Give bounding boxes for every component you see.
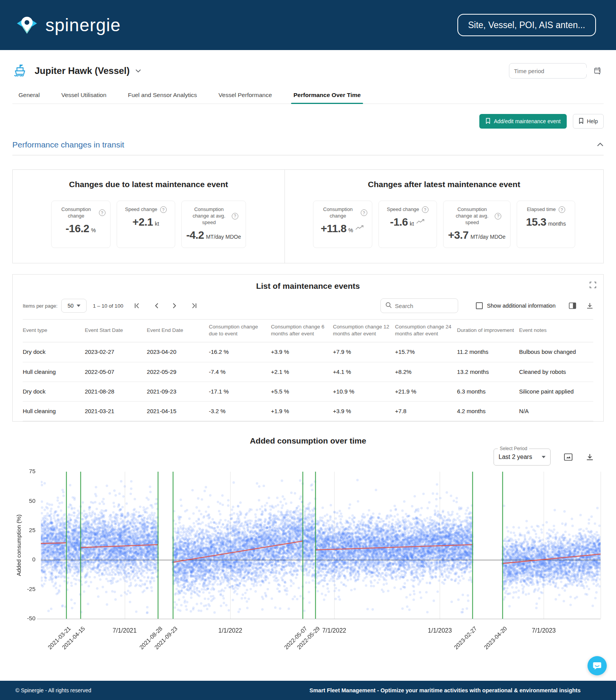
table-cell: 2021-04-15 [147,402,209,421]
table-cell: N/A [519,402,593,421]
table-cell: +3.9 % [271,342,333,362]
checkbox-icon[interactable] [476,302,483,309]
metric-consumption-change-after: Consumption change ? +11.8 % [313,201,372,248]
table-row: Hull cleaning2022-05-072022-05-29-7.4 %+… [23,362,593,382]
download-icon[interactable] [586,302,593,310]
added-consumption-scatter-chart [12,466,604,660]
changes-after-panel: Changes after latest maintenance event C… [285,170,603,263]
maintenance-events-table-card: List of maintenance events Items per pag… [12,274,604,422]
metric-value: -16.2 [65,223,89,235]
table-cell: Dry dock [23,382,85,401]
pagination [134,303,197,309]
tab-general[interactable]: General [16,88,42,104]
show-additional-info-checkbox[interactable]: Show additional information [476,302,556,309]
spinergie-logo: spinergie [17,14,121,36]
items-per-page-value: 50 [68,303,74,309]
table-cell: 2022-05-07 [85,362,147,382]
caret-down-icon [542,456,546,458]
table-cell: Cleaned by robots [519,362,593,382]
table-cell: +3.9 % [333,402,395,421]
items-per-page-select[interactable]: 50 [61,299,87,313]
help-question-icon[interactable]: ? [232,213,238,219]
table-cell: +4.1 % [333,362,395,382]
metric-label: Consumption change at avg. speed [189,206,229,226]
actions-row: Add/edit maintenance event Help [12,114,604,129]
table-cell: 13.2 months [457,362,519,382]
table-cell: -17.1 % [209,382,271,401]
table-cell: +1.9 % [271,402,333,421]
column-header: Event End Date [147,320,209,342]
tab-performance-over-time[interactable]: Performance Over Time [291,88,363,104]
table-cell: -3.2 % [209,402,271,421]
table-cell: +2.1 % [271,362,333,382]
metric-label: Consumption change at avg. speed [452,206,492,226]
table-cell: +7.9 % [333,342,395,362]
more-options-kebab-icon[interactable]: ⋮ [595,67,604,75]
table-cell: +8.2% [395,362,457,382]
tab-fuel-sensor-analytics[interactable]: Fuel and Sensor Analytics [126,88,199,104]
metric-label: Consumption change [56,206,96,219]
download-icon[interactable] [586,453,594,461]
time-period-field[interactable] [509,63,587,79]
table-cell: +7.8 [395,402,457,421]
table-search-input[interactable] [395,303,453,309]
metric-unit: kt [410,221,414,227]
changes-due-title: Changes due to latest maintenance event [20,180,278,189]
tab-vessel-utilisation[interactable]: Vessel Utilisation [59,88,109,104]
help-question-icon[interactable]: ? [495,213,501,219]
column-header: Consumption change 6 months after event [271,320,333,342]
table-controls: Items per page: 50 1 – 10 of 100 [23,298,593,313]
help-question-icon[interactable]: ? [422,206,429,213]
table-cell: +10.9 % [333,382,395,401]
table-search-field[interactable] [380,298,458,313]
section-divider [12,155,604,156]
help-button[interactable]: Help [573,114,604,129]
table-row: Hull cleaning2021-03-212021-04-15-3.2 %+… [23,402,593,421]
fullscreen-expand-icon[interactable] [589,281,596,290]
table-cell: -16.2 % [209,342,271,362]
table-cell: 11.2 months [457,342,519,362]
metric-value: -4.2 [186,229,204,241]
first-page-icon[interactable] [134,303,140,309]
table-cell: 2021-09-23 [147,382,209,401]
tab-vessel-performance[interactable]: Vessel Performance [216,88,275,104]
metric-unit: MT/day MDOe [206,234,241,240]
bookmark-icon [485,118,490,125]
last-page-icon[interactable] [191,303,197,309]
bookmark-icon [579,118,584,125]
metric-unit: kt [155,221,159,227]
prev-page-icon[interactable] [154,303,159,309]
global-search-input[interactable]: Site, Vessel, POI, AIS anten... [457,14,596,36]
image-export-icon[interactable] [564,453,573,461]
select-period-dropdown[interactable]: Select Period Last 2 years [494,449,551,466]
table-cell: -7.4 % [209,362,271,382]
vessel-tabs: General Vessel Utilisation Fuel and Sens… [12,88,604,104]
vessel-chevron-down-icon[interactable] [135,67,141,74]
trending-up-icon [355,225,364,232]
added-consumption-section: Added consumption over time Select Perio… [12,436,604,660]
column-split-icon[interactable] [569,302,576,309]
add-edit-maintenance-event-button[interactable]: Add/edit maintenance event [479,114,567,129]
table-cell: +21.9 % [395,382,457,401]
help-question-icon[interactable]: ? [160,206,167,213]
metric-unit: % [91,227,96,233]
chart-controls: Select Period Last 2 years [12,449,604,466]
app-header: spinergie Site, Vessel, POI, AIS anten..… [0,0,616,50]
changes-after-title: Changes after latest maintenance event [292,180,596,189]
chat-widget-button[interactable] [588,656,607,675]
table-cell: 4.2 months [457,402,519,421]
next-page-icon[interactable] [172,303,177,309]
help-question-icon[interactable]: ? [361,209,367,216]
table-cell: 2022-05-29 [147,362,209,382]
time-period-input[interactable] [514,68,591,74]
help-question-icon[interactable]: ? [99,209,105,216]
help-label: Help [587,118,598,124]
metric-unit: % [348,227,353,233]
table-title: List of maintenance events [23,281,593,291]
help-question-icon[interactable]: ? [559,206,565,213]
column-header: Consumption change due to event [209,320,271,342]
metric-unit: months [548,221,566,227]
table-cell: 6.3 months [457,382,519,401]
metric-value: -1.6 [390,216,408,228]
collapse-chevron-up-icon[interactable] [597,141,604,148]
